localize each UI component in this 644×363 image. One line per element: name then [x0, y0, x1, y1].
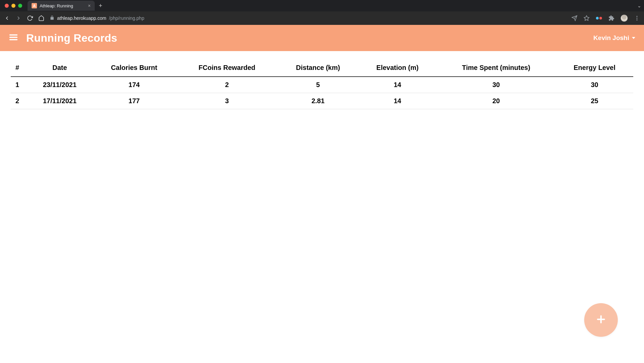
svg-point-5 — [637, 19, 638, 21]
cell-calories: 177 — [92, 93, 176, 109]
table-header: # Date Calories Burnt FCoins Rewarded Di… — [11, 59, 633, 77]
app-header: Running Records Kevin Joshi — [0, 25, 644, 51]
extension-glasses-icon[interactable] — [596, 16, 602, 20]
browser-chrome: A Athleap: Running × + ⌄ athleap. — [0, 0, 644, 25]
col-time: Time Spent (minutes) — [436, 59, 556, 77]
forward-button[interactable] — [15, 15, 22, 21]
cell-calories: 174 — [92, 77, 176, 93]
bookmark-star-icon[interactable] — [584, 15, 590, 21]
favicon-icon: A — [32, 3, 37, 8]
reload-button[interactable] — [27, 15, 33, 21]
col-date: Date — [28, 59, 92, 77]
col-index: # — [11, 59, 28, 77]
svg-point-2 — [599, 17, 602, 19]
col-calories: Calories Burnt — [92, 59, 176, 77]
cell-time: 30 — [436, 77, 556, 93]
cell-fcoins: 3 — [176, 93, 277, 109]
cell-index: 1 — [11, 77, 28, 93]
cell-elevation: 14 — [358, 77, 436, 93]
cell-distance: 2.81 — [277, 93, 358, 109]
url-input[interactable]: athleap.herokuapp.com/php/running.php — [50, 15, 566, 21]
cell-energy: 30 — [556, 77, 633, 93]
cell-energy: 25 — [556, 93, 633, 109]
svg-point-1 — [596, 17, 599, 19]
col-distance: Distance (km) — [277, 59, 358, 77]
col-energy: Energy Level — [556, 59, 633, 77]
url-host: athleap.herokuapp.com — [57, 15, 106, 21]
cell-time: 20 — [436, 93, 556, 109]
chevron-down-icon — [632, 37, 635, 39]
new-tab-button[interactable]: + — [99, 2, 102, 9]
user-menu[interactable]: Kevin Joshi — [593, 34, 635, 42]
add-record-fab[interactable] — [584, 303, 618, 337]
nav-controls — [4, 15, 44, 21]
browser-tab[interactable]: A Athleap: Running × — [28, 1, 95, 11]
window-controls[interactable] — [5, 4, 22, 8]
toolbar-right — [571, 14, 640, 22]
svg-point-4 — [637, 18, 638, 19]
plus-icon — [595, 314, 607, 326]
minimize-window-icon[interactable] — [11, 4, 15, 8]
extensions-icon[interactable] — [608, 15, 614, 21]
cell-distance: 5 — [277, 77, 358, 93]
cell-index: 2 — [11, 93, 28, 109]
address-bar: athleap.herokuapp.com/php/running.php — [0, 11, 644, 25]
cell-fcoins: 2 — [176, 77, 277, 93]
close-window-icon[interactable] — [5, 4, 9, 8]
svg-point-3 — [637, 16, 638, 17]
hamburger-menu-icon[interactable] — [9, 33, 18, 43]
table-body: 1 23/11/2021 174 2 5 14 30 30 2 17/11/20… — [11, 77, 633, 109]
svg-marker-0 — [584, 16, 589, 21]
lock-icon — [50, 15, 54, 21]
cell-date: 17/11/2021 — [28, 93, 92, 109]
content-area: # Date Calories Burnt FCoins Rewarded Di… — [0, 51, 644, 117]
page-title: Running Records — [26, 32, 117, 44]
url-path: /php/running.php — [109, 15, 144, 21]
send-icon[interactable] — [571, 15, 577, 21]
home-button[interactable] — [38, 15, 44, 21]
col-elevation: Elevation (m) — [358, 59, 436, 77]
back-button[interactable] — [4, 15, 10, 21]
expand-tabs-icon[interactable]: ⌄ — [637, 3, 641, 8]
maximize-window-icon[interactable] — [18, 4, 22, 8]
cell-date: 23/11/2021 — [28, 77, 92, 93]
close-tab-icon[interactable]: × — [88, 3, 91, 8]
cell-elevation: 14 — [358, 93, 436, 109]
tab-bar: A Athleap: Running × + ⌄ — [0, 0, 644, 11]
records-table: # Date Calories Burnt FCoins Rewarded Di… — [11, 59, 633, 109]
tab-title: Athleap: Running — [40, 3, 85, 8]
kebab-menu-icon[interactable] — [634, 15, 640, 21]
table-row: 2 17/11/2021 177 3 2.81 14 20 25 — [11, 93, 633, 109]
table-row: 1 23/11/2021 174 2 5 14 30 30 — [11, 77, 633, 93]
profile-avatar[interactable] — [620, 14, 628, 22]
user-name: Kevin Joshi — [593, 34, 629, 42]
col-fcoins: FCoins Rewarded — [176, 59, 277, 77]
